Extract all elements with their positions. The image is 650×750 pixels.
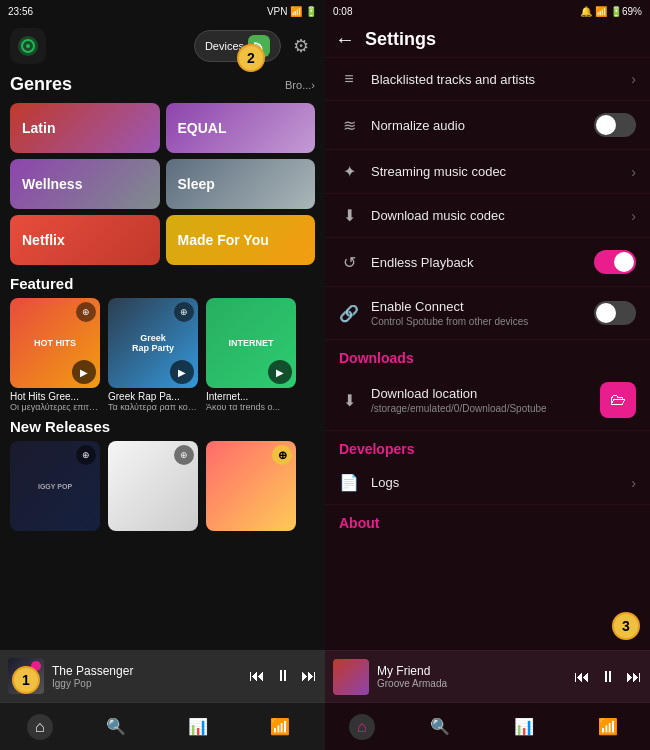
connect-label: Enable Connect <box>371 299 582 314</box>
nr-card-2[interactable]: ⊕ <box>206 441 296 531</box>
play-btn-2[interactable]: ▶ <box>268 360 292 384</box>
right-np-artist: Groove Armada <box>377 678 566 689</box>
nav-search[interactable]: 🔍 <box>98 713 134 740</box>
streaming-icon: ✦ <box>339 162 359 181</box>
featured-card-1[interactable]: Greek Rap Party ⊕ ▶ Greek Rap Pa... Τα κ… <box>108 298 198 412</box>
download-location-label: Download location <box>371 386 588 401</box>
genres-section-header: Genres Bro... › <box>0 70 325 97</box>
endless-label: Endless Playback <box>371 255 582 270</box>
developers-section-label: Developers <box>325 431 650 461</box>
right-nav-search[interactable]: 🔍 <box>422 713 458 740</box>
right-skip-back-button[interactable]: ⏮ <box>574 668 590 686</box>
left-status-bar: 23:56 VPN 📶 🔋 <box>0 0 325 22</box>
logs-icon: 📄 <box>339 473 359 492</box>
skip-forward-button[interactable]: ⏭ <box>301 667 317 685</box>
logs-setting[interactable]: 📄 Logs › <box>325 461 650 505</box>
logs-chevron: › <box>631 475 636 491</box>
nr-card-1[interactable]: ⊕ <box>108 441 198 531</box>
endless-playback-setting[interactable]: ↺ Endless Playback <box>325 238 650 287</box>
card-title-1: Greek Rap Pa... <box>108 391 198 402</box>
now-playing-bar[interactable]: The Passenger Iggy Pop ⏮ ⏸ ⏭ <box>0 650 325 702</box>
genre-equal[interactable]: EQUAL <box>166 103 316 153</box>
bottom-nav-left: ⌂ 🔍 📊 📶 <box>0 702 325 750</box>
right-np-info: My Friend Groove Armada <box>377 664 566 689</box>
genre-made-for-you[interactable]: Made For You <box>166 215 316 265</box>
settings-title: Settings <box>365 29 640 50</box>
toggle-knob <box>596 115 616 135</box>
right-search-icon: 🔍 <box>430 717 450 736</box>
nav-library[interactable]: 📊 <box>180 713 216 740</box>
right-np-thumb <box>333 659 369 695</box>
nr-thumb-0: IGGY POP ⊕ <box>10 441 100 531</box>
genre-latin[interactable]: Latin <box>10 103 160 153</box>
right-time: 0:08 <box>333 6 352 17</box>
bottom-nav-right: ⌂ 🔍 📊 📶 <box>325 702 650 750</box>
right-now-playing-bar[interactable]: My Friend Groove Armada ⏮ ⏸ ⏭ <box>325 650 650 702</box>
right-skip-forward-button[interactable]: ⏭ <box>626 668 642 686</box>
featured-title: Featured <box>10 275 315 292</box>
nr-card-0[interactable]: IGGY POP ⊕ <box>10 441 100 531</box>
nav-stats[interactable]: 📶 <box>262 713 298 740</box>
back-button[interactable]: ← <box>335 28 355 51</box>
normalize-setting[interactable]: ≋ Normalize audio <box>325 101 650 150</box>
np-title: The Passenger <box>52 664 241 678</box>
download-location-setting[interactable]: ⬇ Download location /storage/emulated/0/… <box>325 370 650 431</box>
nr-badge-1: ⊕ <box>174 445 194 465</box>
download-codec-setting[interactable]: ⬇ Download music codec › <box>325 194 650 238</box>
enable-connect-setting[interactable]: 🔗 Enable Connect Control Spotube from ot… <box>325 287 650 340</box>
folder-button[interactable]: 🗁 <box>600 382 636 418</box>
gear-button[interactable]: ⚙ <box>287 32 315 60</box>
np-artist: Iggy Pop <box>52 678 241 689</box>
about-section-label: About <box>325 505 650 535</box>
play-btn-1[interactable]: ▶ <box>170 360 194 384</box>
nr-thumb-2: ⊕ <box>206 441 296 531</box>
settings-header: ← Settings <box>325 22 650 58</box>
nav-home[interactable]: ⌂ <box>27 714 53 740</box>
card-title-0: Hot Hits Gree... <box>10 391 100 402</box>
normalize-label: Normalize audio <box>371 118 582 133</box>
pause-button[interactable]: ⏸ <box>275 667 291 685</box>
right-nav-home[interactable]: ⌂ <box>349 714 375 740</box>
play-btn-0[interactable]: ▶ <box>72 360 96 384</box>
right-library-icon: 📊 <box>514 717 534 736</box>
endless-knob <box>614 252 634 272</box>
connect-toggle[interactable] <box>594 301 636 325</box>
home-icon: ⌂ <box>35 718 45 736</box>
annotation-2: 2 <box>237 44 265 72</box>
library-icon: 📊 <box>188 717 208 736</box>
logs-label: Logs <box>371 475 619 490</box>
np-info: The Passenger Iggy Pop <box>52 664 241 689</box>
left-panel: 23:56 VPN 📶 🔋 Devices <box>0 0 325 750</box>
featured-card-0[interactable]: HOT HITS ⊕ ▶ Hot Hits Gree... Οι μεγαλύτ… <box>10 298 100 412</box>
right-panel: 0:08 🔔 📶 🔋69% ← Settings ≡ Blacklisted t… <box>325 0 650 750</box>
browse-link[interactable]: Bro... › <box>285 79 315 91</box>
normalize-toggle[interactable] <box>594 113 636 137</box>
search-icon: 🔍 <box>106 717 126 736</box>
streaming-label: Streaming music codec <box>371 164 619 179</box>
chevron-icon-2: › <box>631 164 636 180</box>
genre-netflix[interactable]: Netflix <box>10 215 160 265</box>
featured-thumb-0: HOT HITS ⊕ ▶ <box>10 298 100 388</box>
new-releases-title: New Releases <box>10 418 315 435</box>
nr-thumb-1: ⊕ <box>108 441 198 531</box>
annotation-1: 1 <box>12 666 40 694</box>
blacklisted-setting[interactable]: ≡ Blacklisted tracks and artists › <box>325 58 650 101</box>
chevron-icon: › <box>631 71 636 87</box>
genre-wellness[interactable]: Wellness <box>10 159 160 209</box>
app-logo[interactable] <box>10 28 46 64</box>
normalize-icon: ≋ <box>339 116 359 135</box>
streaming-codec-setting[interactable]: ✦ Streaming music codec › <box>325 150 650 194</box>
card-subtitle-1: Τα καλύτερα ραπ κομμάτια για χο... <box>108 402 198 412</box>
featured-thumb-2: INTERNET ▶ <box>206 298 296 388</box>
card-subtitle-2: Άκου τα trends ο... <box>206 402 296 412</box>
genre-sleep[interactable]: Sleep <box>166 159 316 209</box>
endless-toggle[interactable] <box>594 250 636 274</box>
right-nav-library[interactable]: 📊 <box>506 713 542 740</box>
featured-card-2[interactable]: INTERNET ▶ Internet... Άκου τα trends ο.… <box>206 298 296 412</box>
card-subtitle-0: Οι μεγαλύτερες επιτυχίες σ... <box>10 402 100 412</box>
skip-back-button[interactable]: ⏮ <box>249 667 265 685</box>
left-header: Devices ⚙ 2 <box>0 22 325 70</box>
right-nav-stats[interactable]: 📶 <box>590 713 626 740</box>
nr-badge-2: ⊕ <box>272 445 292 465</box>
right-pause-button[interactable]: ⏸ <box>600 668 616 686</box>
